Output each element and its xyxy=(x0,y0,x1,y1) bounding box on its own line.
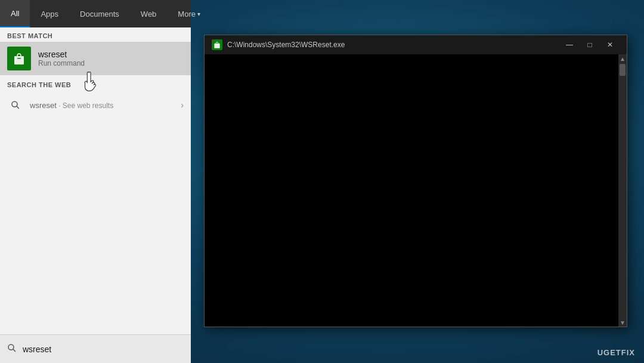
tab-documents-label: Documents xyxy=(80,10,119,19)
start-menu: All Apps Documents Web More ▾ Best match xyxy=(0,0,191,363)
wsreset-result-item[interactable]: wsreset Run command xyxy=(0,42,191,75)
web-query: wsreset xyxy=(30,101,57,110)
wsreset-title: wsreset xyxy=(38,50,85,59)
tab-more[interactable]: More ▾ xyxy=(167,0,211,27)
search-box-area xyxy=(0,334,191,363)
window-controls: — □ ✕ xyxy=(560,36,620,53)
wsreset-result-text: wsreset Run command xyxy=(38,50,85,67)
search-input[interactable] xyxy=(23,344,184,354)
tab-web-label: Web xyxy=(141,10,157,19)
tab-apps-label: Apps xyxy=(41,10,58,19)
web-search-label: Search the web xyxy=(0,75,191,92)
window-titlebar: C:\Windows\System32\WSReset.exe — □ ✕ xyxy=(205,35,627,54)
tab-more-label: More xyxy=(178,10,196,19)
svg-line-3 xyxy=(17,106,19,109)
tab-all-label: All xyxy=(11,9,19,18)
svg-rect-6 xyxy=(214,44,219,48)
wsreset-window: C:\Windows\System32\WSReset.exe — □ ✕ ▲ … xyxy=(204,35,627,327)
tab-web[interactable]: Web xyxy=(130,0,168,27)
tab-bar: All Apps Documents Web More ▾ xyxy=(0,0,191,27)
results-area: Best match wsreset Run command xyxy=(0,27,191,334)
svg-rect-0 xyxy=(14,56,24,64)
maximize-button[interactable]: □ xyxy=(580,36,599,53)
svg-rect-1 xyxy=(17,58,21,59)
scrollbar-arrow-down[interactable]: ▼ xyxy=(618,318,627,327)
window-content: ▲ ▼ xyxy=(205,54,627,327)
store-icon xyxy=(12,51,26,66)
best-match-label: Best match xyxy=(0,27,191,42)
window-app-icon xyxy=(212,39,222,50)
chevron-down-icon: ▾ xyxy=(197,11,200,17)
search-box-icon xyxy=(7,343,17,355)
window-title: C:\Windows\System32\WSReset.exe xyxy=(227,41,555,49)
minimize-button[interactable]: — xyxy=(560,36,579,53)
close-button[interactable]: ✕ xyxy=(600,36,620,53)
watermark: UGETFIX xyxy=(597,348,635,357)
scrollbar-arrow-up[interactable]: ▲ xyxy=(618,54,627,63)
tab-documents[interactable]: Documents xyxy=(69,0,130,27)
tab-all[interactable]: All xyxy=(0,0,30,27)
tab-apps[interactable]: Apps xyxy=(30,0,69,27)
wsreset-subtitle: Run command xyxy=(38,59,85,67)
web-search-icon xyxy=(7,97,24,113)
chevron-right-icon: › xyxy=(181,100,184,110)
wsreset-app-icon xyxy=(7,47,31,70)
web-result-text: wsreset · See web results xyxy=(30,101,175,110)
window-scrollbar[interactable]: ▲ ▼ xyxy=(618,54,627,327)
svg-line-5 xyxy=(13,349,16,352)
web-suffix: · See web results xyxy=(57,101,113,110)
scrollbar-thumb[interactable] xyxy=(620,64,626,76)
web-result-item[interactable]: wsreset · See web results › xyxy=(0,92,191,118)
